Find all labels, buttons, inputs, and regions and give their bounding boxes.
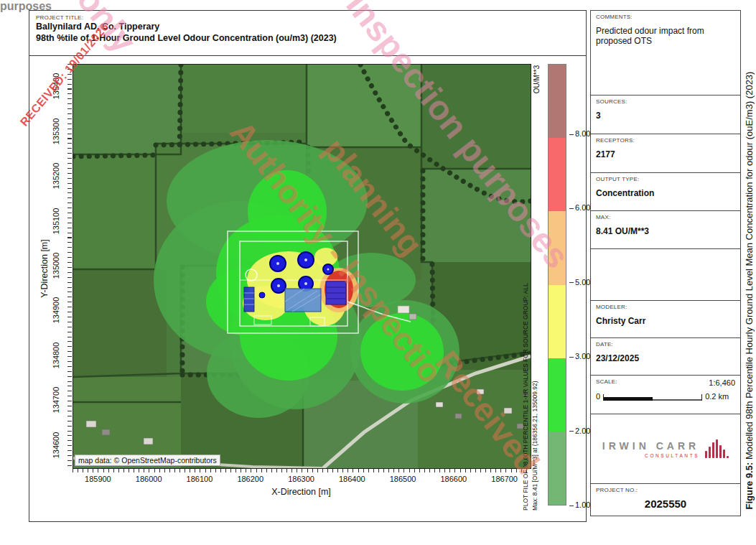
info-panel: COMMENTS: Predicted odour impact from pr…: [590, 10, 741, 522]
sources-value: 3: [596, 111, 735, 121]
receptors-box: RECEPTORS: 2177: [590, 134, 741, 173]
x-tick-label: 186600: [428, 475, 479, 483]
x-tick-label: 185900: [73, 475, 123, 483]
x-tick-label: 186200: [225, 475, 276, 483]
modeler-label: MODELER:: [596, 304, 735, 310]
x-axis-title: X-Direction [m]: [73, 487, 530, 497]
colorbar-segment: [549, 432, 566, 505]
project-title-block: PROJECT TITLE: Ballynilard AD, Co. Tippe…: [29, 11, 586, 56]
scale-label: SCALE:: [596, 378, 617, 387]
max-value: 8.41 OU/M**3: [596, 226, 735, 236]
map-frame: PROJECT TITLE: Ballynilard AD, Co. Tippe…: [29, 10, 587, 522]
x-tick-labels: 1859001860001861001862001863001864001865…: [73, 475, 530, 483]
y-tick-label: 134600: [49, 423, 63, 467]
x-tick-label: 186100: [174, 475, 225, 483]
colorbar-segment: [549, 211, 566, 284]
project-no-box: PROJECT NO.: 2025550: [590, 483, 741, 516]
figure-caption-number: Figure 9.5:: [744, 462, 755, 510]
sources-box: SOURCES: 3: [590, 95, 741, 134]
scale-box: SCALE: 1:6,460 0 0.2 km: [590, 375, 741, 414]
y-tick-label: 134900: [49, 288, 63, 332]
y-axis-ticks: [67, 64, 72, 467]
sources-label: SOURCES:: [596, 98, 735, 105]
comments-box: COMMENTS: Predicted odour impact from pr…: [590, 10, 741, 96]
empty-box: [590, 248, 741, 301]
plot-file-note-line2: Max: 8.41 [OU/M**3] at (186356.21, 13500…: [531, 381, 538, 511]
x-tick-label: 186500: [378, 475, 429, 483]
date-value: 23/12/2025: [596, 353, 735, 363]
output-type-value: Concentration: [596, 188, 735, 198]
receptors-value: 2177: [596, 149, 735, 159]
max-box: MAX: 8.41 OU/M**3: [590, 210, 741, 249]
x-tick-label: 186000: [123, 475, 174, 483]
figure-page: PROJECT TITLE: Ballynilard AD, Co. Tippe…: [0, 0, 756, 545]
logo-box: IRWIN CARR CONSULTANTS: [590, 414, 741, 484]
y-tick-label: 135100: [49, 198, 63, 243]
date-box: DATE: 23/12/2025: [590, 337, 741, 376]
receptors-label: RECEPTORS:: [596, 137, 735, 144]
output-type-label: OUTPUT TYPE:: [596, 176, 735, 182]
figure-caption-text: Modelled 98th Percentile Hourly Ground L…: [744, 72, 755, 462]
scale-ratio: 1:6,460: [709, 378, 735, 387]
modeler-value: Christy Carr: [596, 316, 735, 326]
y-tick-labels: 1354001353001352001351001350001349001348…: [49, 64, 63, 467]
logo-company-name: IRWIN CARR: [602, 440, 699, 452]
map-plot-area: map data: © OpenStreetMap-contributors: [73, 64, 531, 469]
plot-file-note-line1: PLOT FILE OF 98.00TH PERCENTILE 1-HR VAL…: [522, 283, 529, 511]
figure-caption: Figure 9.5: Modelled 98th Percentile Hou…: [744, 54, 755, 528]
y-tick-label: 135300: [49, 108, 63, 153]
output-type-box: OUTPUT TYPE: Concentration: [590, 172, 741, 211]
y-tick-label: 135200: [49, 154, 63, 198]
soundwave-logo-icon: [705, 439, 729, 458]
plot-file-note: PLOT FILE OF 98.00TH PERCENTILE 1-HR VAL…: [528, 64, 546, 511]
date-label: DATE:: [596, 341, 735, 348]
project-no-label: PROJECT NO.:: [596, 487, 735, 493]
colorbar-segment: [549, 285, 566, 358]
map-attribution: map data: © OpenStreetMap-contributors: [75, 455, 220, 466]
y-tick-label: 134800: [49, 333, 63, 378]
colorbar-segment: [549, 65, 566, 138]
scale-start-label: 0: [596, 392, 600, 401]
y-tick-label: 135000: [49, 243, 63, 288]
max-label: MAX:: [596, 214, 735, 220]
scale-end-label: 0.2 km: [705, 392, 729, 401]
x-tick-label: 186300: [276, 475, 327, 483]
scale-bar: 0 0.2 km: [596, 392, 735, 401]
y-axis-title: Y-Direction [m]: [39, 222, 50, 315]
logo-subtitle: CONSULTANTS: [602, 453, 699, 458]
modeler-box: MODELER: Christy Carr: [590, 300, 741, 338]
colorbar-segment: [549, 138, 566, 211]
colorbar-segment: [549, 358, 566, 432]
y-tick-label: 134700: [49, 378, 63, 422]
x-tick-label: 186400: [327, 475, 378, 483]
project-title-line2: 98th %tile of 1-Hour Ground Level Odour …: [36, 32, 579, 44]
project-title-label: PROJECT TITLE:: [36, 14, 579, 21]
satellite-basemap-and-contours: [73, 65, 531, 468]
comments-value: Predicted odour impact from proposed OTS: [596, 26, 735, 46]
project-title-line1: Ballynilard AD, Co. Tipperary: [36, 21, 579, 32]
y-tick-label: 135400: [49, 64, 63, 108]
comments-label: COMMENTS:: [596, 14, 735, 20]
colorbar: [548, 64, 566, 506]
project-no-value: 2025550: [596, 498, 735, 510]
